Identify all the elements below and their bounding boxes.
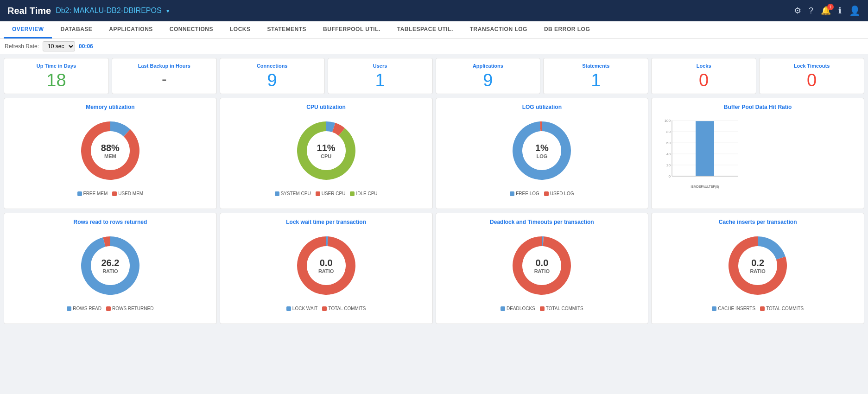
donut-chart: 0.2 RATIO — [723, 231, 792, 300]
header-icons: ⚙ ? 🔔 1 ℹ 👤 — [794, 5, 861, 16]
donut-chart: 0.0 RATIO — [507, 231, 577, 300]
metric-card-last-backup-in-hours: Last Backup in Hours - — [112, 58, 217, 94]
chart-legend: FREE MEM USED MEM — [77, 191, 144, 196]
legend-item: USER CPU — [316, 191, 346, 196]
legend-item: TOTAL COMMITS — [540, 306, 583, 311]
svg-text:IBMDEFAULTBP(0): IBMDEFAULTBP(0) — [691, 185, 719, 189]
nav-tab-overview[interactable]: OVERVIEW — [4, 21, 52, 38]
main-content: Up Time in Days 18 Last Backup in Hours … — [0, 54, 868, 328]
nav-tab-statements[interactable]: STATEMENTS — [259, 21, 315, 38]
nav-tab-transactionlog[interactable]: TRANSACTION LOG — [462, 21, 536, 38]
legend-label: USED MEM — [118, 191, 143, 196]
metric-card-users: Users 1 — [328, 58, 433, 94]
chart-card-rows-read-to-rows-returned: Rows read to rows returned 26.2 RATIO RO… — [4, 213, 217, 324]
donut-sub: CPU — [317, 153, 336, 159]
refresh-rate-select[interactable]: 10 sec 30 sec 1 min — [43, 41, 75, 51]
chart-legend: DEADLOCKS TOTAL COMMITS — [501, 306, 583, 311]
metric-value: 9 — [440, 71, 537, 89]
header-left: Real Time Db2: MAKALU-DB2-DBIREPOS ▾ — [7, 6, 170, 16]
legend-item: USED LOG — [544, 191, 574, 196]
donut-pct: 1% — [535, 143, 549, 153]
legend-item: IDLE CPU — [350, 191, 377, 196]
legend-item: USED MEM — [112, 191, 143, 196]
metric-value: 9 — [224, 71, 321, 89]
svg-text:100: 100 — [665, 119, 671, 123]
metrics-row: Up Time in Days 18 Last Backup in Hours … — [4, 58, 864, 94]
metric-value: 1 — [547, 71, 644, 89]
metric-value: 0 — [763, 71, 860, 89]
refresh-countdown: 00:06 — [79, 43, 93, 50]
nav-tab-dberrorlog[interactable]: DB ERROR LOG — [536, 21, 598, 38]
legend-label: SYSTEM CPU — [281, 191, 311, 196]
donut-sub: MEM — [101, 153, 120, 159]
nav-tab-database[interactable]: DATABASE — [52, 21, 101, 38]
header: Real Time Db2: MAKALU-DB2-DBIREPOS ▾ ⚙ ?… — [0, 0, 868, 21]
chart-card-deadlock-and-timeouts-per-transaction: Deadlock and Timeouts per transaction 0.… — [436, 213, 649, 324]
donut-center: 1% LOG — [535, 143, 549, 159]
chart-title: Cache inserts per transaction — [719, 219, 797, 225]
chart-legend: SYSTEM CPU USER CPU IDLE CPU — [275, 191, 378, 196]
donut-sub: RATIO — [101, 268, 119, 274]
donut-pct: 11% — [317, 143, 336, 153]
user-icon[interactable]: 👤 — [849, 5, 861, 16]
nav-tab-tablespaceutil[interactable]: TABLESPACE UTIL. — [389, 21, 462, 38]
chart-title: Buffer Pool Data Hit Ratio — [724, 104, 792, 110]
db-selector[interactable]: Db2: MAKALU-DB2-DBIREPOS — [56, 6, 162, 15]
legend-label: TOTAL COMMITS — [328, 306, 366, 311]
db-dropdown-icon[interactable]: ▾ — [166, 7, 170, 14]
bar-chart-area: 020406080100IBMDEFAULTBP(0) — [655, 114, 860, 205]
notification-icon[interactable]: 🔔 1 — [821, 6, 831, 16]
chart-title: Rows read to rows returned — [74, 219, 147, 225]
legend-label: ROWS READ — [73, 306, 101, 311]
donut-chart: 26.2 RATIO — [76, 231, 145, 300]
chart-title: Deadlock and Timeouts per transaction — [490, 219, 594, 225]
donut-sub: RATIO — [318, 268, 334, 274]
legend-label: CACHE INSERTS — [718, 306, 755, 311]
refresh-label: Refresh Rate: — [5, 43, 39, 50]
chart-title: LOG utilization — [522, 104, 562, 110]
chart-card-memory-utilization: Memory utilization 88% MEM FREE MEM USED… — [4, 98, 217, 209]
chart-card-cache-inserts-per-transaction: Cache inserts per transaction 0.2 RATIO … — [651, 213, 864, 324]
legend-item: DEADLOCKS — [501, 306, 535, 311]
svg-text:20: 20 — [666, 163, 671, 167]
donut-center: 0.2 RATIO — [750, 258, 765, 274]
legend-label: USER CPU — [322, 191, 346, 196]
svg-text:60: 60 — [666, 141, 671, 145]
legend-item: TOTAL COMMITS — [760, 306, 804, 311]
gear-icon[interactable]: ⚙ — [794, 6, 801, 16]
info-icon[interactable]: ℹ — [838, 6, 842, 16]
donut-chart: 1% LOG — [507, 116, 577, 185]
nav-tab-applications[interactable]: APPLICATIONS — [101, 21, 161, 38]
donut-pct: 0.0 — [534, 258, 550, 268]
chart-card-log-utilization: LOG utilization 1% LOG FREE LOG USED LOG — [436, 98, 649, 209]
legend-label: TOTAL COMMITS — [766, 306, 804, 311]
metric-label: Up Time in Days — [8, 63, 105, 69]
legend-label: ROWS RETURNED — [112, 306, 153, 311]
legend-label: USED LOG — [550, 191, 574, 196]
nav-tabs: OVERVIEWDATABASEAPPLICATIONSCONNECTIONSL… — [0, 21, 868, 39]
bar-chart-svg: 020406080100IBMDEFAULTBP(0) — [659, 116, 742, 190]
app-title: Real Time — [7, 6, 51, 16]
charts-row-1: Memory utilization 88% MEM FREE MEM USED… — [4, 98, 864, 209]
legend-label: LOCK WAIT — [292, 306, 318, 311]
legend-item: CACHE INSERTS — [712, 306, 755, 311]
chart-card-lock-wait-time-per-transaction: Lock wait time per transaction 0.0 RATIO… — [220, 213, 433, 324]
chart-title: Lock wait time per transaction — [286, 219, 366, 225]
donut-chart: 0.0 RATIO — [291, 231, 361, 300]
metric-card-applications: Applications 9 — [436, 58, 541, 94]
donut-center: 88% MEM — [101, 143, 120, 159]
donut-pct: 26.2 — [101, 258, 119, 268]
metric-label: Locks — [655, 63, 752, 69]
metric-label: Lock Timeouts — [763, 63, 860, 69]
legend-item: ROWS RETURNED — [106, 306, 153, 311]
donut-chart: 88% MEM — [76, 116, 145, 185]
nav-tab-locks[interactable]: LOCKS — [222, 21, 259, 38]
chart-title: CPU utilization — [306, 104, 346, 110]
question-icon[interactable]: ? — [809, 6, 813, 16]
nav-tab-bufferpoolutil[interactable]: BUFFERPOOL UTIL. — [315, 21, 389, 38]
chart-card-cpu-utilization: CPU utilization 11% CPU SYSTEM CPU USER … — [220, 98, 433, 209]
nav-tab-connections[interactable]: CONNECTIONS — [161, 21, 222, 38]
legend-item: SYSTEM CPU — [275, 191, 311, 196]
legend-label: DEADLOCKS — [507, 306, 535, 311]
chart-title: Memory utilization — [86, 104, 134, 110]
